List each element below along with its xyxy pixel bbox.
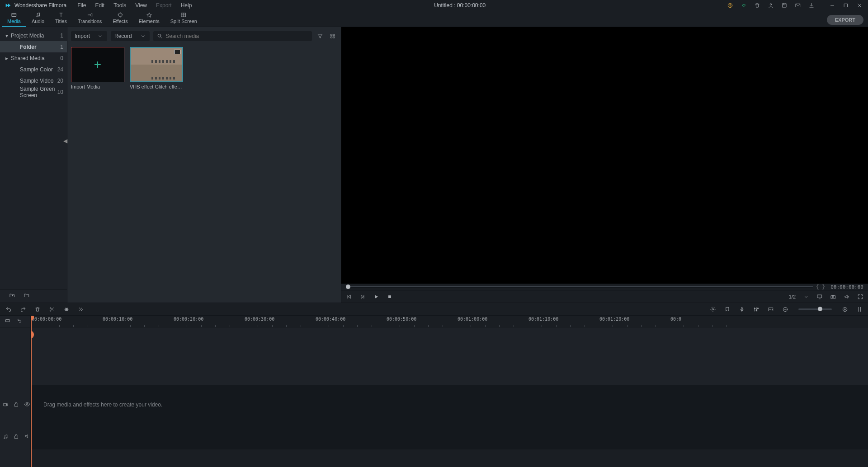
search-input[interactable] — [165, 33, 308, 39]
minimize-icon[interactable] — [826, 0, 839, 11]
volume-icon[interactable] — [844, 294, 850, 300]
match-cut-icon[interactable] — [5, 318, 11, 325]
voiceover-icon[interactable] — [739, 306, 745, 313]
sidebar-item-folder[interactable]: Folder1 — [0, 41, 67, 52]
zoom-handle[interactable] — [818, 307, 822, 311]
mark-in-icon[interactable]: { — [816, 284, 819, 290]
stop-icon[interactable] — [387, 294, 393, 300]
collapse-sidebar-icon[interactable]: ◀ — [63, 138, 68, 144]
tab-transitions[interactable]: Transitions — [72, 11, 107, 27]
svg-rect-14 — [333, 37, 335, 38]
svg-point-8 — [118, 13, 122, 17]
audio-track-icon[interactable] — [3, 434, 9, 440]
video-track-icon[interactable] — [3, 402, 9, 408]
upgrade-icon[interactable] — [723, 0, 737, 11]
lock-icon[interactable] — [13, 433, 19, 440]
sidebar-item-sample-video[interactable]: Sample Video20 — [0, 75, 67, 86]
preview-panel: { } 00:00:00:00 1/2 — [341, 27, 868, 303]
zoom-fit-icon[interactable] — [856, 306, 863, 313]
sidebar-item-project-media[interactable]: ▾Project Media1 — [0, 30, 67, 41]
link-icon[interactable] — [16, 318, 23, 325]
prev-frame-icon[interactable] — [346, 294, 352, 300]
maximize-icon[interactable] — [839, 0, 853, 11]
next-frame-icon[interactable] — [359, 294, 366, 300]
menu-edit[interactable]: Edit — [91, 0, 109, 10]
export-button[interactable]: EXPORT — [827, 15, 863, 25]
speed-icon[interactable] — [78, 306, 84, 313]
app-name: Wondershare Filmora — [14, 2, 66, 9]
new-folder-icon[interactable] — [9, 292, 15, 300]
mixer-icon[interactable] — [753, 306, 760, 313]
chevron-down-icon[interactable] — [803, 294, 809, 300]
tab-media[interactable]: Media — [2, 11, 26, 27]
media-item[interactable]: VHS effect Glitch effect… — [130, 47, 183, 300]
sidebar-item-shared-media[interactable]: ▸Shared Media0 — [0, 52, 67, 64]
svg-point-6 — [36, 16, 37, 17]
undo-icon[interactable] — [5, 306, 12, 313]
timeline-tracks[interactable]: 00:00:00:0000:00:10:0000:00:20:0000:00:3… — [31, 316, 868, 467]
menu-tools[interactable]: Tools — [109, 0, 131, 10]
eye-icon[interactable] — [24, 401, 30, 408]
menu-help[interactable]: Help — [176, 0, 197, 10]
record-dropdown[interactable]: Record — [111, 31, 150, 41]
svg-rect-13 — [331, 37, 332, 38]
sidebar-item-sample-green-screen[interactable]: Sample Green Screen10 — [0, 86, 67, 98]
lock-icon[interactable] — [13, 401, 19, 408]
search-icon — [157, 33, 163, 39]
grid-view-icon[interactable] — [328, 32, 337, 41]
mute-icon[interactable] — [24, 433, 30, 440]
svg-rect-16 — [817, 294, 821, 297]
svg-point-10 — [158, 34, 161, 37]
search-box[interactable] — [153, 31, 312, 41]
tab-audio[interactable]: Audio — [26, 11, 50, 27]
zoom-slider[interactable] — [798, 308, 832, 310]
menu-view[interactable]: View — [131, 0, 151, 10]
scrub-handle[interactable] — [346, 285, 350, 289]
playhead[interactable] — [31, 316, 32, 467]
media-item[interactable]: +Import Media — [71, 47, 124, 300]
tab-elements[interactable]: Elements — [133, 11, 165, 27]
svg-rect-15 — [388, 295, 391, 298]
tab-effects[interactable]: Effects — [107, 11, 133, 27]
sidebar-item-sample-color[interactable]: Sample Color24 — [0, 64, 67, 75]
trash-icon[interactable] — [750, 0, 764, 11]
preview-scale[interactable]: 1/2 — [789, 294, 796, 299]
mail-icon[interactable] — [791, 0, 805, 11]
zoom-in-icon[interactable] — [842, 306, 848, 313]
snapshot-icon[interactable] — [830, 294, 836, 300]
folder-icon[interactable] — [24, 292, 30, 300]
svg-rect-12 — [333, 34, 335, 36]
split-icon[interactable] — [49, 306, 55, 313]
delete-icon[interactable] — [34, 306, 41, 313]
crop-icon[interactable] — [63, 306, 70, 313]
picture-icon[interactable] — [768, 306, 774, 313]
user-icon[interactable] — [764, 0, 778, 11]
fullscreen-icon[interactable] — [857, 294, 863, 300]
filter-icon[interactable] — [316, 32, 325, 41]
track-headers — [0, 316, 31, 467]
svg-rect-22 — [741, 307, 742, 310]
zoom-out-icon[interactable] — [782, 306, 788, 313]
menu-file[interactable]: File — [73, 0, 90, 10]
timeline-ruler[interactable]: 00:00:00:0000:00:10:0000:00:20:0000:00:3… — [31, 316, 868, 327]
audio-track[interactable] — [31, 424, 868, 449]
download-icon[interactable] — [805, 0, 818, 11]
display-icon[interactable] — [816, 294, 823, 300]
preview-screen[interactable] — [341, 27, 868, 284]
import-dropdown[interactable]: Import — [71, 31, 107, 41]
save-icon[interactable] — [778, 0, 791, 11]
tab-titles[interactable]: Titles — [50, 11, 72, 27]
close-icon[interactable] — [853, 0, 866, 11]
marker-icon[interactable] — [724, 306, 731, 313]
tab-split-screen[interactable]: Split Screen — [165, 11, 203, 27]
track-spacer — [31, 327, 868, 385]
render-icon[interactable] — [710, 306, 716, 313]
sync-icon[interactable] — [737, 0, 750, 11]
preview-scrubber[interactable]: { } 00:00:00:00 — [341, 284, 868, 290]
video-track[interactable]: Drag media and effects here to create yo… — [31, 385, 868, 424]
svg-point-23 — [754, 308, 755, 309]
play-icon[interactable] — [373, 294, 379, 300]
svg-rect-11 — [331, 34, 332, 36]
redo-icon[interactable] — [20, 306, 26, 313]
mark-out-icon[interactable]: } — [822, 284, 825, 290]
